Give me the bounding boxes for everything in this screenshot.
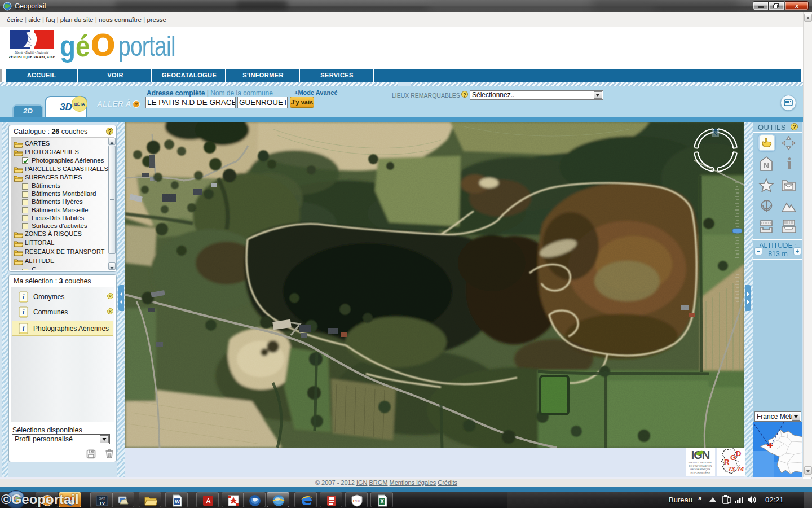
svg-text:IGN: IGN: [691, 449, 710, 461]
svg-text:DE L'INFORMATION: DE L'INFORMATION: [689, 465, 712, 467]
svg-text:GÉOGRAPHIQUE: GÉOGRAPHIQUE: [690, 468, 710, 471]
svg-text:73-74: 73-74: [728, 466, 744, 472]
svg-text:i: i: [787, 155, 792, 172]
svg-text:i: i: [23, 324, 25, 332]
svg-text:Liberté • Égalité • Fraternité: Liberté • Égalité • Fraternité: [14, 50, 49, 54]
svg-text:G: G: [730, 453, 736, 462]
svg-text:N: N: [713, 130, 718, 137]
svg-text:W: W: [175, 499, 180, 505]
svg-text:ET FORESTIÈRE: ET FORESTIÈRE: [691, 471, 710, 474]
svg-text:RÉPUBLIQUE FRANÇAISE: RÉPUBLIQUE FRANÇAISE: [9, 55, 55, 59]
svg-text:i: i: [23, 292, 25, 301]
svg-text:R: R: [724, 458, 730, 466]
svg-text:PDF: PDF: [353, 499, 361, 503]
svg-text:X: X: [380, 498, 384, 505]
svg-text:i: i: [23, 308, 25, 316]
svg-text:D: D: [736, 449, 741, 458]
svg-text:N: N: [764, 160, 770, 170]
svg-text:SAT: SAT: [99, 497, 105, 500]
svg-text:INSTITUT NATIONAL: INSTITUT NATIONAL: [689, 461, 713, 464]
svg-text:TV: TV: [99, 501, 105, 506]
